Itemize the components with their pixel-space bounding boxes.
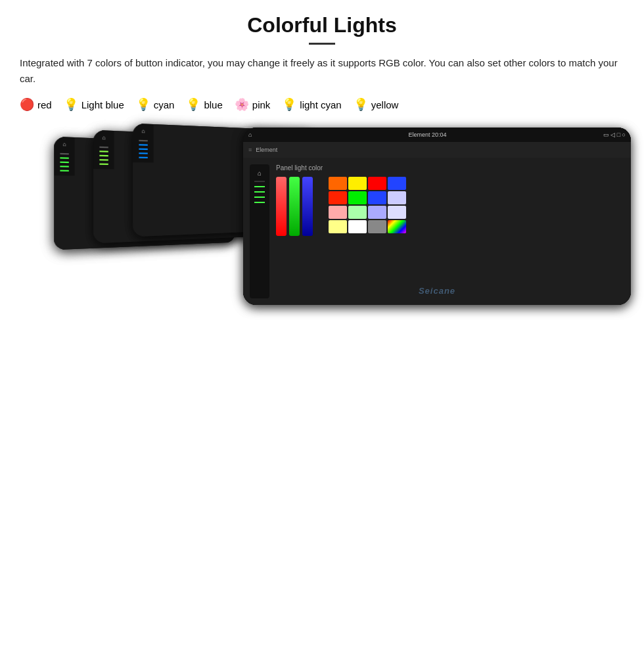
- title-divider: [309, 43, 335, 45]
- color-label-yellow: yellow: [371, 99, 399, 110]
- color-label-lightblue: Light blue: [81, 99, 124, 110]
- color-item-yellow: 💡 yellow: [354, 97, 399, 112]
- bulb-icon-pink: 🌸: [235, 97, 249, 112]
- bulb-icon-red: 🔴: [20, 97, 34, 112]
- description-text: Integrated with 7 colors of button indic…: [20, 55, 624, 87]
- bulb-icon-lightblue: 💡: [64, 97, 78, 112]
- color-list: 🔴 red 💡 Light blue 💡 cyan 💡 blue 🌸 pink …: [20, 97, 624, 112]
- color-label-lightcyan: light cyan: [300, 99, 341, 110]
- color-label-cyan: cyan: [154, 99, 175, 110]
- bottom-device-navbar: ≡ Element: [243, 142, 631, 158]
- color-label-pink: pink: [252, 99, 271, 110]
- bulb-icon-blue: 💡: [186, 97, 200, 112]
- color-item-lightcyan: 💡 light cyan: [282, 97, 341, 112]
- bottom-device-statusbar: ⌂ Element 20:04 ▭ ◁ □ ○: [243, 127, 631, 142]
- bottom-statusbar-text: Element 20:04: [252, 131, 603, 138]
- bottom-device-card-large: ⌂ Element 20:04 ▭ ◁ □ ○ ≡ Element ⌂: [243, 127, 631, 305]
- color-item-blue: 💡 blue: [186, 97, 222, 112]
- bulb-icon-lightcyan: 💡: [282, 97, 296, 112]
- color-item-lightblue: 💡 Light blue: [64, 97, 124, 112]
- color-label-blue: blue: [204, 99, 222, 110]
- bottom-panel-title: Panel light color: [276, 164, 624, 172]
- color-item-pink: 🌸 pink: [235, 97, 271, 112]
- bulb-icon-cyan: 💡: [136, 97, 150, 112]
- color-item-red: 🔴 red: [20, 97, 52, 112]
- color-label-red: red: [37, 99, 52, 110]
- color-item-cyan: 💡 cyan: [136, 97, 175, 112]
- page-container: Colorful Lights Integrated with 7 colors…: [0, 0, 644, 141]
- bulb-icon-yellow: 💡: [354, 97, 368, 112]
- bottom-device-content: ⌂ Panel light color: [243, 158, 631, 305]
- page-title: Colorful Lights: [20, 13, 624, 37]
